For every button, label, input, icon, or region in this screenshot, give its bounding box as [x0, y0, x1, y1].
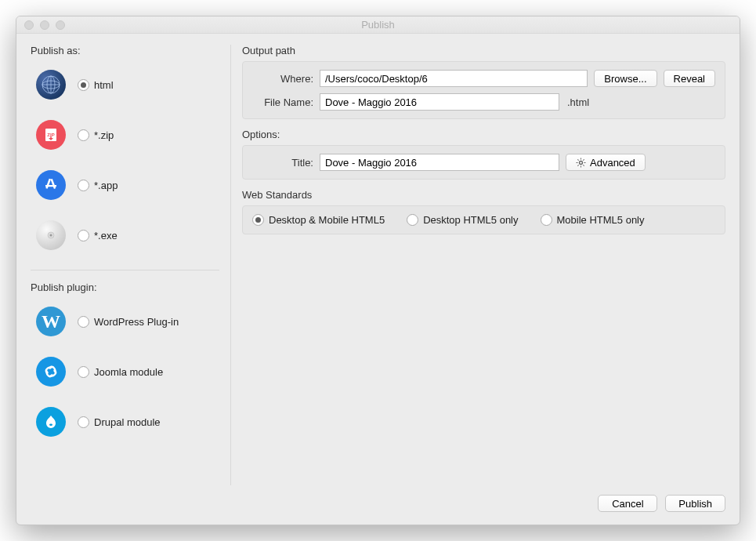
- format-exe[interactable]: *.exe: [31, 215, 219, 265]
- web-standards-label: Web Standards: [242, 189, 725, 201]
- sidebar: Publish as: html ZIP: [31, 45, 231, 485]
- radio-zip[interactable]: [78, 129, 89, 141]
- filename-input[interactable]: [320, 93, 559, 111]
- publish-window: Publish Publish as: html ZIP: [16, 16, 740, 525]
- radio-drupal-label: Drupal module: [94, 416, 161, 428]
- titlebar: Publish: [16, 16, 740, 34]
- radio-exe[interactable]: [78, 230, 89, 241]
- options-label: Options:: [242, 129, 725, 140]
- app-icon: [35, 169, 67, 201]
- svg-rect-18: [577, 164, 579, 165]
- title-label: Title:: [252, 157, 313, 169]
- svg-rect-19: [577, 158, 579, 160]
- format-app[interactable]: *.app: [31, 165, 219, 215]
- title-input[interactable]: [320, 154, 559, 171]
- where-input[interactable]: [320, 70, 588, 87]
- plugin-wordpress[interactable]: W WordPress Plug-in: [31, 301, 219, 351]
- options-group: Options: Title: Advanced: [242, 129, 725, 180]
- globe-icon: [35, 69, 67, 100]
- sidebar-divider: [31, 270, 219, 270]
- close-icon[interactable]: [24, 20, 34, 30]
- svg-rect-13: [581, 158, 581, 159]
- svg-rect-14: [581, 165, 581, 167]
- radio-drupal[interactable]: [78, 416, 89, 428]
- footer: Cancel Publish: [16, 485, 740, 525]
- filename-extension: .html: [566, 96, 589, 108]
- radio-desktop-mobile[interactable]: [252, 214, 264, 226]
- format-html[interactable]: html: [31, 64, 219, 114]
- radio-mobile-only[interactable]: [541, 214, 552, 226]
- filename-label: File Name:: [252, 96, 313, 108]
- zip-icon: ZIP: [35, 119, 67, 151]
- main-panel: Output path Where: Browse... Reveal File…: [231, 45, 725, 485]
- webstd-desktop-mobile[interactable]: Desktop & Mobile HTML5: [252, 214, 385, 226]
- radio-app-label: *.app: [94, 180, 118, 191]
- radio-wordpress[interactable]: [78, 316, 89, 328]
- output-path-group: Output path Where: Browse... Reveal File…: [242, 45, 725, 119]
- webstd-desktop-only[interactable]: Desktop HTML5 only: [407, 214, 518, 226]
- disc-icon: [35, 220, 67, 251]
- radio-exe-label: *.exe: [94, 230, 118, 241]
- content: Publish as: html ZIP: [16, 34, 740, 485]
- minimize-icon[interactable]: [40, 20, 49, 30]
- radio-joomla-label: Joomla module: [94, 366, 163, 378]
- browse-button[interactable]: Browse...: [594, 70, 657, 87]
- output-path-label: Output path: [242, 45, 725, 56]
- zoom-icon[interactable]: [56, 20, 65, 30]
- web-standards-group: Web Standards Desktop & Mobile HTML5 Des…: [242, 189, 725, 234]
- publish-button[interactable]: Publish: [665, 495, 725, 512]
- window-title: Publish: [16, 19, 740, 31]
- plugin-joomla[interactable]: Joomla module: [31, 351, 219, 401]
- where-label: Where:: [252, 73, 313, 85]
- joomla-icon: [35, 356, 67, 387]
- webstd-mobile-only[interactable]: Mobile HTML5 only: [541, 214, 645, 226]
- svg-rect-9: [45, 185, 56, 187]
- svg-rect-17: [583, 158, 584, 160]
- publish-plugin-label: Publish plugin:: [31, 281, 219, 293]
- reveal-button[interactable]: Reveal: [664, 70, 715, 87]
- svg-rect-16: [584, 162, 586, 163]
- publish-as-label: Publish as:: [31, 45, 219, 56]
- svg-point-11: [50, 234, 52, 237]
- svg-rect-15: [577, 162, 578, 163]
- cancel-button[interactable]: Cancel: [598, 495, 657, 512]
- plugin-drupal[interactable]: Drupal module: [31, 401, 219, 452]
- svg-point-12: [580, 161, 583, 164]
- radio-app[interactable]: [78, 180, 89, 191]
- radio-html[interactable]: [78, 79, 89, 91]
- wordpress-icon: W: [35, 306, 67, 337]
- svg-rect-20: [583, 164, 584, 165]
- svg-rect-7: [45, 179, 51, 189]
- radio-wordpress-label: WordPress Plug-in: [94, 316, 179, 328]
- gear-icon: [576, 158, 586, 168]
- radio-joomla[interactable]: [78, 366, 89, 378]
- radio-zip-label: *.zip: [94, 129, 114, 141]
- svg-rect-8: [50, 179, 56, 189]
- advanced-label: Advanced: [590, 157, 635, 169]
- drupal-icon: [35, 406, 67, 438]
- format-zip[interactable]: ZIP *.zip: [31, 114, 219, 165]
- advanced-button[interactable]: Advanced: [566, 154, 646, 171]
- radio-html-label: html: [94, 79, 114, 91]
- traffic-lights: [16, 20, 65, 30]
- radio-desktop-only[interactable]: [407, 214, 418, 226]
